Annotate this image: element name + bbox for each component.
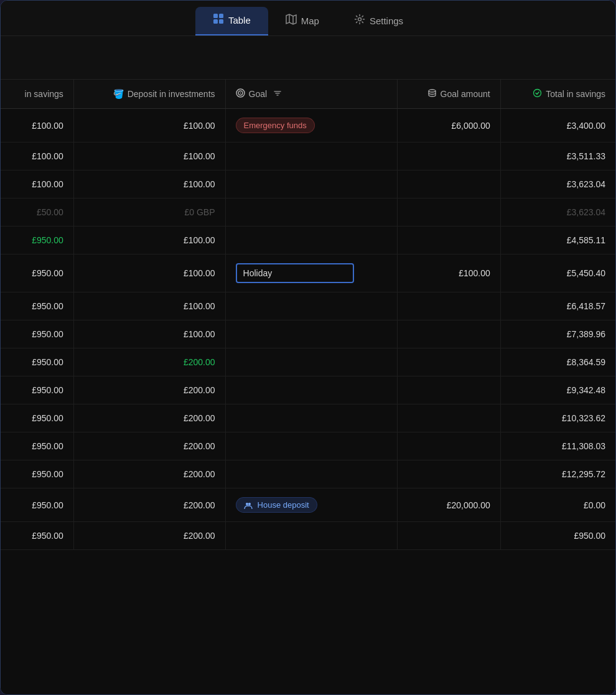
cell-total-savings: £11,308.03: [500, 432, 615, 460]
cell-deposit-investments: £0 GBP: [73, 198, 225, 226]
cell-goal[interactable]: House deposit: [225, 488, 397, 522]
col-goal: Goal: [225, 80, 397, 109]
table-row: £950.00£200.00£12,295.72: [1, 460, 615, 488]
cell-goal-amount: [397, 404, 500, 432]
cell-deposit-savings: £50.00: [1, 198, 73, 226]
col-goal-amount-label: Goal amount: [441, 89, 490, 99]
cell-deposit-investments: £100.00: [73, 170, 225, 198]
cell-deposit-savings: £950.00: [1, 376, 73, 404]
total-savings-icon: [533, 88, 542, 100]
svg-point-7: [358, 18, 361, 21]
cell-deposit-investments: £100.00: [73, 292, 225, 320]
cell-deposit-investments: £100.00: [73, 320, 225, 348]
cell-goal[interactable]: [225, 292, 397, 320]
col-goal-amount: Goal amount: [397, 80, 500, 109]
cell-goal-amount: [397, 376, 500, 404]
cell-goal[interactable]: [225, 348, 397, 376]
cell-deposit-savings: £950.00: [1, 404, 73, 432]
cell-goal[interactable]: [225, 404, 397, 432]
cell-deposit-investments: £200.00: [73, 404, 225, 432]
cell-deposit-investments: £200.00: [73, 376, 225, 404]
cell-goal-amount: £100.00: [397, 254, 500, 292]
col-deposit-savings-label: in savings: [25, 89, 63, 99]
cell-total-savings: £5,450.40: [500, 254, 615, 292]
table-row: £950.00£200.00£8,364.59: [1, 348, 615, 376]
cell-total-savings: £12,295.72: [500, 460, 615, 488]
svg-marker-4: [286, 14, 296, 24]
goal-amount-icon: [427, 88, 437, 100]
cell-goal-amount: [397, 170, 500, 198]
table-row: £950.00£100.00£4,585.11: [1, 226, 615, 254]
svg-rect-0: [213, 14, 218, 18]
cell-goal-amount: [397, 348, 500, 376]
filter-icon[interactable]: [273, 89, 282, 100]
cell-total-savings: £6,418.57: [500, 292, 615, 320]
cell-goal-amount: [397, 142, 500, 170]
tab-table-label: Table: [228, 15, 251, 26]
goal-icon: [236, 88, 245, 100]
table-row: £950.00£200.00£11,308.03: [1, 432, 615, 460]
svg-point-15: [534, 90, 541, 97]
cell-goal[interactable]: [225, 170, 397, 198]
cell-deposit-savings: £950.00: [1, 432, 73, 460]
goal-tag-house: House deposit: [236, 497, 317, 513]
table-row: £950.00£200.00House deposit£20,000.00£0.…: [1, 488, 615, 522]
cell-total-savings: £4,585.11: [500, 226, 615, 254]
tab-map[interactable]: Map: [268, 7, 337, 35]
cell-deposit-investments: £100.00: [73, 109, 225, 142]
cell-deposit-investments: £200.00: [73, 488, 225, 522]
table-row: £950.00£200.00£950.00: [1, 522, 615, 550]
cell-goal-amount: [397, 522, 500, 550]
cell-total-savings: £9,342.48: [500, 376, 615, 404]
cell-goal[interactable]: Emergency funds: [225, 109, 397, 142]
cell-goal-amount: £20,000.00: [397, 488, 500, 522]
cell-goal[interactable]: [225, 254, 397, 292]
cell-deposit-investments: £200.00: [73, 522, 225, 550]
svg-rect-3: [219, 19, 223, 24]
svg-rect-2: [213, 19, 218, 24]
cell-goal-amount: [397, 226, 500, 254]
goal-edit-input[interactable]: [236, 263, 354, 283]
map-icon: [286, 14, 297, 27]
cell-goal-amount: [397, 460, 500, 488]
cell-goal[interactable]: [225, 198, 397, 226]
svg-point-14: [429, 90, 436, 92]
cell-total-savings: £950.00: [500, 522, 615, 550]
cell-goal[interactable]: [225, 376, 397, 404]
cell-goal[interactable]: [225, 320, 397, 348]
tab-table[interactable]: Table: [195, 7, 268, 35]
table-row: £950.00£200.00£9,342.48: [1, 376, 615, 404]
cell-total-savings: £0.00: [500, 488, 615, 522]
cell-total-savings: £3,623.04: [500, 170, 615, 198]
tab-settings-label: Settings: [370, 16, 403, 26]
cell-deposit-investments: £200.00: [73, 348, 225, 376]
tab-map-label: Map: [301, 16, 319, 26]
svg-rect-1: [219, 14, 223, 18]
cell-goal[interactable]: [225, 142, 397, 170]
table-container[interactable]: in savings 🪣 Deposit in investments: [1, 80, 615, 694]
svg-point-17: [248, 503, 251, 505]
col-goal-label: Goal: [249, 89, 268, 99]
col-deposit-savings: in savings: [1, 80, 73, 109]
cell-deposit-savings: £950.00: [1, 292, 73, 320]
cell-deposit-savings: £950.00: [1, 522, 73, 550]
cell-total-savings: £8,364.59: [500, 348, 615, 376]
top-nav: Table Map Settings: [1, 1, 615, 36]
table-row: £950.00£200.00£10,323.62: [1, 404, 615, 432]
goal-tag-emergency: Emergency funds: [236, 118, 315, 133]
settings-icon: [354, 14, 365, 27]
cell-goal[interactable]: [225, 522, 397, 550]
cell-deposit-investments: £100.00: [73, 254, 225, 292]
cell-goal-amount: [397, 198, 500, 226]
cell-deposit-savings: £950.00: [1, 320, 73, 348]
table-icon: [213, 13, 224, 27]
cell-total-savings: £10,323.62: [500, 404, 615, 432]
cell-goal[interactable]: [225, 432, 397, 460]
col-deposit-investments: 🪣 Deposit in investments: [73, 80, 225, 109]
col-total-savings-label: Total in savings: [546, 89, 605, 99]
cell-goal[interactable]: [225, 226, 397, 254]
tab-settings[interactable]: Settings: [337, 7, 421, 35]
cell-goal[interactable]: [225, 460, 397, 488]
cell-total-savings: £3,511.33: [500, 142, 615, 170]
header-area: [1, 36, 615, 80]
